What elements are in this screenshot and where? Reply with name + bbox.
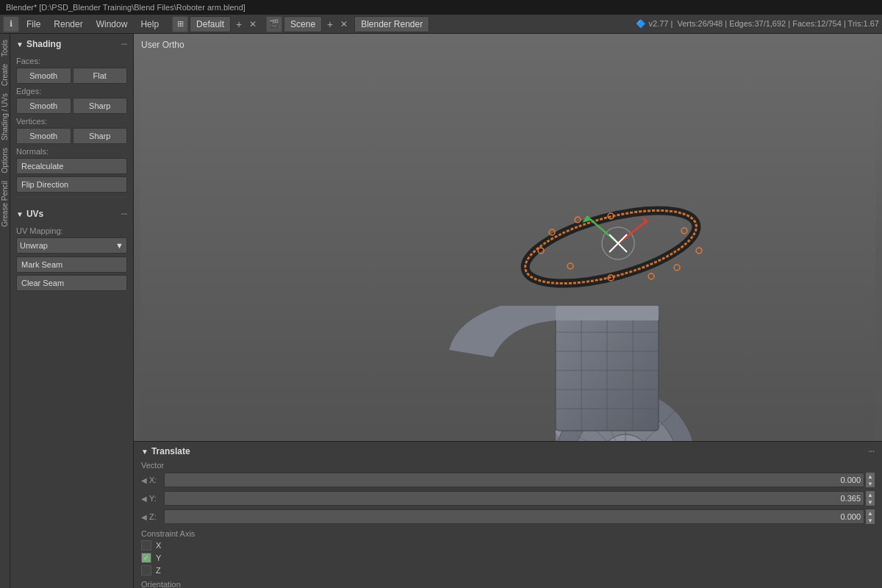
uvs-content: UV Mapping: Unwrap ▼ Mark Seam Clear Sea… <box>10 221 133 296</box>
menu-help[interactable]: Help <box>135 18 165 31</box>
shading-divider <box>16 197 127 198</box>
edges-label: Edges: <box>16 87 127 96</box>
left-toolbar: Tools Create Shading / UVs Options Greas… <box>0 34 10 588</box>
z-field-row: ◀ Z: 0.000 ▲ ▼ <box>141 509 875 525</box>
uvs-dots: ··· <box>121 210 127 218</box>
normals-label: Normals: <box>16 147 127 156</box>
translate-arrow-icon: ▼ <box>141 448 148 456</box>
dropdown-arrow-icon: ▼ <box>115 241 123 250</box>
x-axis-row: X <box>141 540 875 551</box>
orientation-label: Orientation <box>141 580 875 588</box>
z-field-input[interactable]: 0.000 <box>164 509 864 524</box>
menu-bar: ℹ File Render Window Help ⊞ Default + ✕ … <box>0 15 882 34</box>
render-engine-selector[interactable]: Blender Render <box>354 16 429 32</box>
stats-bar: 🔷 v2.77 | Verts:26/948 | Edges:37/1,692 … <box>636 19 879 29</box>
remove-workspace-button[interactable]: ✕ <box>247 18 259 30</box>
flip-direction-button[interactable]: Flip Direction <box>16 176 127 193</box>
z-axis-label: Z <box>156 566 161 575</box>
y-increment-button[interactable]: ▲ <box>866 491 875 498</box>
z-field-arrow[interactable]: ◀ <box>141 513 147 521</box>
constraint-axis-label: Constraint Axis <box>141 529 875 538</box>
vertices-label: Vertices: <box>16 117 127 126</box>
flat-faces-button[interactable]: Flat <box>73 68 128 84</box>
bottom-panel: ▼ Translate ··· Vector ◀ X: 0.000 ▲ ▼ ◀ … <box>134 441 882 588</box>
uvs-arrow-icon: ▼ <box>16 210 24 218</box>
uv-mapping-label: UV Mapping: <box>16 226 127 235</box>
y-field-row: ◀ Y: 0.365 ▲ ▼ <box>141 490 875 506</box>
viewport[interactable]: User Ortho <box>134 34 882 588</box>
shading-arrow-icon: ▼ <box>16 40 24 49</box>
x-field-input[interactable]: 0.000 <box>164 473 864 487</box>
viewport-label: User Ortho <box>141 40 184 50</box>
smooth-faces-button[interactable]: Smooth <box>16 68 71 84</box>
title-bar: Blender* [D:\PSD_Blender Training\Blend … <box>0 0 882 15</box>
y-axis-checkbox[interactable]: ✓ <box>141 553 151 563</box>
shading-dots: ··· <box>121 40 127 49</box>
y-axis-label: Y <box>156 553 161 562</box>
shading-section: ▼ Shading ··· Faces: Smooth Flat Edges: … <box>10 37 133 205</box>
side-panel: ▼ Shading ··· Faces: Smooth Flat Edges: … <box>10 34 134 588</box>
add-workspace-button[interactable]: + <box>232 18 245 31</box>
uvs-header[interactable]: ▼ UVs ··· <box>10 207 133 221</box>
unwrap-dropdown[interactable]: Unwrap ▼ <box>16 237 127 254</box>
translate-title: Translate <box>151 446 190 456</box>
x-axis-label: X <box>156 541 161 550</box>
edges-btn-row: Smooth Sharp <box>16 98 127 114</box>
add-scene-button[interactable]: + <box>323 18 337 31</box>
x-axis-checkbox[interactable] <box>141 540 151 551</box>
faces-label: Faces: <box>16 57 127 65</box>
scene-icon[interactable]: 🎬 <box>266 16 282 32</box>
y-axis-row: ✓ Y <box>141 553 875 563</box>
z-field-label: Z: <box>149 512 164 521</box>
menu-file[interactable]: File <box>21 18 46 31</box>
sidebar-tab-tools[interactable]: Tools <box>0 37 10 60</box>
vector-label: Vector <box>141 461 875 470</box>
uvs-section: ▼ UVs ··· UV Mapping: Unwrap ▼ Mark Seam… <box>10 207 133 296</box>
svg-rect-37 <box>556 306 659 320</box>
z-axis-row: Z <box>141 565 875 576</box>
shading-title: Shading <box>26 39 61 49</box>
translate-header: ▼ Translate ··· <box>141 446 875 456</box>
z-axis-checkbox[interactable] <box>141 565 151 576</box>
sharp-edges-button[interactable]: Sharp <box>73 98 128 114</box>
main-layout: Tools Create Shading / UVs Options Greas… <box>0 34 882 588</box>
faces-btn-row: Smooth Flat <box>16 68 127 84</box>
x-field-label: X: <box>149 476 164 484</box>
mark-seam-button[interactable]: Mark Seam <box>16 257 127 273</box>
z-increment-button[interactable]: ▲ <box>866 509 875 517</box>
z-decrement-button[interactable]: ▼ <box>866 517 875 524</box>
screen-layout-icon[interactable]: ⊞ <box>172 16 188 32</box>
smooth-vertices-button[interactable]: Smooth <box>16 128 71 144</box>
x-field-row: ◀ X: 0.000 ▲ ▼ <box>141 472 875 488</box>
clear-seam-button[interactable]: Clear Seam <box>16 275 127 291</box>
x-increment-button[interactable]: ▲ <box>866 473 875 480</box>
vertices-btn-row: Smooth Sharp <box>16 128 127 144</box>
blender-info-icon[interactable]: ℹ <box>3 16 19 32</box>
sidebar-tab-grease-pencil[interactable]: Grease Pencil <box>0 178 10 230</box>
sharp-vertices-button[interactable]: Sharp <box>73 128 128 144</box>
sidebar-tab-options[interactable]: Options <box>0 145 10 176</box>
workspace-selector[interactable]: Default <box>190 16 231 32</box>
x-field-stepper: ▲ ▼ <box>866 473 875 487</box>
y-field-arrow[interactable]: ◀ <box>141 495 147 503</box>
y-decrement-button[interactable]: ▼ <box>866 498 875 506</box>
shading-content: Faces: Smooth Flat Edges: Smooth Sharp V… <box>10 51 133 205</box>
shading-header[interactable]: ▼ Shading ··· <box>10 37 133 51</box>
y-field-stepper: ▲ ▼ <box>866 491 875 506</box>
y-field-input[interactable]: 0.365 <box>164 491 864 506</box>
window-title: Blender* [D:\PSD_Blender Training\Blend … <box>6 3 245 12</box>
smooth-edges-button[interactable]: Smooth <box>16 98 71 114</box>
translate-dots: ··· <box>869 448 875 456</box>
recalculate-button[interactable]: Recalculate <box>16 158 127 174</box>
scene-selector[interactable]: Scene <box>284 16 322 32</box>
uvs-title: UVs <box>26 209 43 219</box>
sidebar-tab-shading-uvs[interactable]: Shading / UVs <box>0 90 10 143</box>
menu-window[interactable]: Window <box>90 18 134 31</box>
z-field-stepper: ▲ ▼ <box>866 509 875 524</box>
x-field-arrow[interactable]: ◀ <box>141 476 147 484</box>
menu-render[interactable]: Render <box>48 18 88 31</box>
remove-scene-button[interactable]: ✕ <box>338 18 350 30</box>
sidebar-tab-create[interactable]: Create <box>0 61 10 89</box>
x-decrement-button[interactable]: ▼ <box>866 480 875 487</box>
y-field-label: Y: <box>149 494 164 503</box>
